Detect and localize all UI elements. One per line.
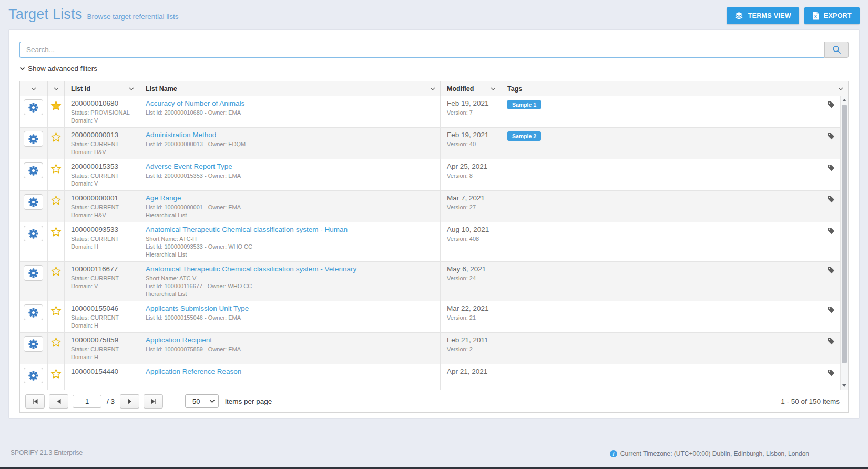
tag-icon[interactable]: [828, 101, 835, 108]
tag-icon[interactable]: [828, 267, 835, 274]
list-name-link[interactable]: Accuracy of Number of Animals: [146, 99, 434, 108]
row-settings-button[interactable]: [24, 265, 43, 281]
first-page-button[interactable]: [25, 394, 45, 409]
favorite-star-icon[interactable]: [50, 337, 62, 350]
advanced-filters-toggle[interactable]: Show advanced filters: [19, 65, 97, 73]
chevron-down-icon[interactable]: [31, 87, 36, 90]
row-modified: May 6, 2021: [447, 264, 494, 273]
row-actions-cell: [20, 222, 47, 261]
favorite-star-icon[interactable]: [50, 195, 62, 208]
list-name-link[interactable]: Applicants Submission Unit Type: [146, 304, 434, 313]
row-detail: List Id: 200000010680 - Owner: EMA: [146, 109, 434, 117]
row-modified-cell: Aug 10, 2021 Version: 408: [440, 222, 501, 261]
favorite-star-icon[interactable]: [50, 227, 62, 239]
favorite-star-icon[interactable]: [50, 305, 62, 318]
header-cell-actions[interactable]: [20, 81, 47, 96]
export-button[interactable]: x EXPORT: [804, 7, 860, 24]
page-size-select[interactable]: 50: [185, 394, 219, 408]
favorite-star-icon[interactable]: [50, 132, 62, 145]
next-page-button[interactable]: [120, 394, 139, 409]
chevron-down-icon[interactable]: [430, 87, 435, 90]
row-list-id: 100000075859: [71, 335, 132, 344]
table-row: 100000116677 Status: CURRENT Domain: V A…: [20, 262, 840, 301]
tag-icon[interactable]: [828, 306, 835, 313]
chevron-down-icon[interactable]: [129, 87, 134, 90]
tag-badge[interactable]: Sample 2: [507, 131, 541, 141]
search-button[interactable]: [824, 42, 849, 58]
header-cell-list-name[interactable]: List Name: [139, 81, 440, 96]
row-name-cell: Application Reference Reason: [139, 364, 440, 390]
favorite-star-icon[interactable]: [50, 369, 62, 381]
list-name-link[interactable]: Application Reference Reason: [146, 367, 434, 376]
list-name-link[interactable]: Administration Method: [146, 130, 434, 139]
page-title: Target Lists: [8, 6, 82, 23]
header-cell-modified[interactable]: Modified: [440, 81, 501, 96]
tag-icon[interactable]: [828, 196, 835, 203]
page-number-input[interactable]: [73, 395, 101, 408]
row-modified-cell: Feb 19, 2021 Version: 7: [440, 96, 501, 127]
tag-badge[interactable]: Sample 1: [507, 100, 541, 109]
chevron-down-icon[interactable]: [838, 87, 843, 90]
row-settings-button[interactable]: [24, 162, 43, 178]
favorite-star-icon[interactable]: [50, 266, 62, 279]
row-settings-button[interactable]: [24, 99, 43, 115]
tag-icon[interactable]: [828, 164, 835, 171]
row-details: Short Name: ATC-HList Id: 100000093533 -…: [146, 235, 434, 259]
row-domain: Domain: H: [71, 322, 132, 330]
row-settings-button[interactable]: [24, 304, 43, 320]
header-cell-favorite[interactable]: [47, 81, 64, 96]
row-star-cell: [47, 333, 64, 364]
row-details: List Id: 100000075859 - Owner: EMA: [146, 345, 434, 353]
list-name-link[interactable]: Age Range: [146, 193, 434, 202]
terms-view-button[interactable]: TERMS VIEW: [727, 7, 799, 24]
chevron-down-icon[interactable]: [54, 87, 59, 90]
tag-icon[interactable]: [828, 338, 835, 345]
last-page-button[interactable]: [144, 394, 163, 409]
row-detail: List Id: 100000000001 - Owner: EMA: [146, 203, 434, 211]
favorite-star-icon[interactable]: [50, 164, 62, 176]
row-actions-cell: [20, 333, 47, 364]
row-status: Status: PROVISIONAL: [71, 109, 132, 117]
header-cell-tags[interactable]: Tags: [501, 81, 848, 96]
row-modified-cell: Mar 7, 2021 Version: 27: [440, 191, 501, 222]
row-settings-button[interactable]: [24, 194, 43, 210]
row-domain: Domain: V: [71, 180, 132, 188]
tag-icon[interactable]: [828, 227, 835, 234]
scroll-up-button[interactable]: [841, 96, 848, 104]
row-star-cell: [47, 262, 64, 301]
tag-icon[interactable]: [828, 132, 835, 140]
list-name-link[interactable]: Adverse Event Report Type: [146, 162, 434, 171]
list-name-link[interactable]: Anatomical Therapeutic Chemical classifi…: [146, 264, 434, 273]
tag-icon[interactable]: [828, 369, 835, 376]
row-settings-button[interactable]: [24, 131, 43, 147]
previous-page-button[interactable]: [49, 394, 68, 409]
row-star-cell: [47, 191, 64, 222]
row-name-cell: Anatomical Therapeutic Chemical classifi…: [139, 262, 440, 301]
table-row: 100000075859 Status: CURRENT Domain: H A…: [20, 333, 840, 364]
row-settings-button[interactable]: [24, 368, 43, 383]
row-list-id: 100000000001: [71, 193, 132, 202]
row-status: Status: CURRENT: [71, 314, 132, 322]
row-settings-button[interactable]: [24, 336, 43, 352]
scroll-down-button[interactable]: [841, 382, 848, 390]
row-modified: Apr 25, 2021: [447, 162, 494, 171]
vertical-scrollbar[interactable]: [840, 96, 848, 390]
favorite-star-icon[interactable]: [50, 100, 62, 113]
layers-icon: [734, 12, 743, 20]
chevron-left-icon: [57, 399, 61, 404]
header-cell-list-id[interactable]: List Id: [64, 81, 139, 96]
list-name-link[interactable]: Anatomical Therapeutic Chemical classifi…: [146, 225, 434, 234]
row-detail: List Id: 200000000013 - Owner: EDQM: [146, 140, 434, 148]
items-per-page-label: items per page: [225, 397, 272, 405]
search-input[interactable]: [19, 42, 824, 58]
row-star-cell: [47, 222, 64, 261]
chevron-down-icon[interactable]: [491, 87, 496, 90]
row-tags-cell: [501, 364, 840, 390]
row-tags-cell: [501, 222, 840, 261]
row-detail: List Id: 200000015353 - Owner: EMA: [146, 172, 434, 180]
scroll-thumb[interactable]: [842, 105, 847, 363]
row-list-id: 100000155046: [71, 304, 132, 313]
pager-range-label: 1 - 50 of 150 items: [781, 397, 843, 405]
row-settings-button[interactable]: [24, 226, 43, 241]
list-name-link[interactable]: Application Recipient: [146, 335, 434, 344]
